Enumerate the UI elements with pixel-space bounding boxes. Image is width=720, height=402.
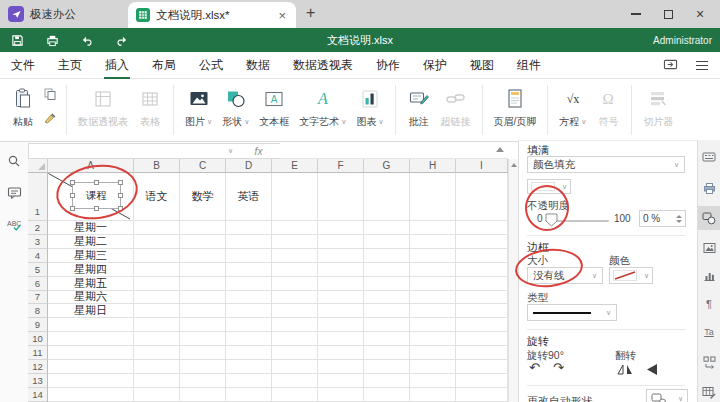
comments-panel-button[interactable] — [0, 180, 28, 206]
chart-settings-panel-icon[interactable] — [698, 264, 720, 288]
cell-G2[interactable] — [364, 221, 410, 235]
cell-A2[interactable]: 星期一 — [48, 221, 134, 235]
column-header-B[interactable]: B — [134, 159, 180, 173]
cell-C8[interactable] — [180, 304, 226, 318]
cell-I1[interactable] — [456, 173, 508, 221]
cell-G13[interactable] — [364, 374, 410, 388]
cell-I9[interactable] — [456, 318, 508, 332]
row-header-8[interactable]: 8 — [28, 304, 48, 318]
share-panel-icon[interactable] — [663, 57, 678, 75]
cell-B3[interactable] — [134, 235, 180, 249]
row-header-1[interactable]: 1 — [28, 173, 48, 221]
cell-I2[interactable] — [456, 221, 508, 235]
cell-C7[interactable] — [180, 291, 226, 305]
cell-G8[interactable] — [364, 304, 410, 318]
flip-horizontal-icon[interactable] — [617, 363, 633, 376]
row-header-13[interactable]: 13 — [28, 374, 48, 388]
row-header-12[interactable]: 12 — [28, 360, 48, 374]
cell-G14[interactable] — [364, 388, 410, 402]
cell-H10[interactable] — [410, 332, 456, 346]
cell-D2[interactable] — [226, 221, 272, 235]
cell-B10[interactable] — [134, 332, 180, 346]
cell-I13[interactable] — [456, 374, 508, 388]
properties-panel-icon[interactable] — [698, 145, 720, 169]
row-header-11[interactable]: 11 — [28, 346, 48, 360]
fill-type-dropdown[interactable]: 颜色填充 ∨ — [527, 156, 685, 173]
cell-E14[interactable] — [272, 388, 318, 402]
selection-handle[interactable] — [118, 193, 123, 198]
cell-I8[interactable] — [456, 304, 508, 318]
menu-home[interactable]: 主页 — [57, 52, 83, 79]
redo-button[interactable] — [115, 33, 129, 47]
cell-H1[interactable] — [410, 173, 456, 221]
cell-C9[interactable] — [180, 318, 226, 332]
text-settings-panel-icon[interactable]: Ta — [698, 320, 720, 344]
cell-C11[interactable] — [180, 346, 226, 360]
cell-H4[interactable] — [410, 249, 456, 263]
cell-B11[interactable] — [134, 346, 180, 360]
comment-button[interactable]: 批注 — [402, 83, 436, 131]
cell-F2[interactable] — [318, 221, 364, 235]
cell-H9[interactable] — [410, 318, 456, 332]
row-header-7[interactable]: 7 — [28, 291, 48, 305]
border-size-dropdown[interactable]: 没有线 ∨ — [527, 267, 603, 284]
cell-A5[interactable]: 星期四 — [48, 263, 134, 277]
selection-handle[interactable] — [118, 180, 123, 185]
cell-D12[interactable] — [226, 360, 272, 374]
cell-C1[interactable]: 数学 — [180, 173, 226, 221]
search-button[interactable] — [0, 148, 28, 174]
cell-E9[interactable] — [272, 318, 318, 332]
row-header-14[interactable]: 14 — [28, 388, 48, 402]
menu-components[interactable]: 组件 — [516, 52, 542, 79]
cell-B8[interactable] — [134, 304, 180, 318]
shapes-button[interactable]: 形状∨ — [217, 83, 254, 131]
cell-B5[interactable] — [134, 263, 180, 277]
vertical-scrollbar[interactable] — [508, 159, 518, 402]
table-settings-panel-icon[interactable] — [698, 380, 720, 402]
row-header-6[interactable]: 6 — [28, 277, 48, 291]
column-header-A[interactable]: A — [48, 159, 134, 173]
rotate-left-icon[interactable]: ↶ — [529, 360, 540, 375]
cell-A9[interactable] — [48, 318, 134, 332]
change-autoshape-button[interactable]: ∨ — [646, 389, 688, 402]
text-box-button[interactable]: A 文本框 — [254, 83, 294, 131]
cell-A7[interactable]: 星期六 — [48, 291, 134, 305]
cell-F9[interactable] — [318, 318, 364, 332]
column-header-H[interactable]: H — [410, 159, 456, 173]
cell-G1[interactable] — [364, 173, 410, 221]
cell-G11[interactable] — [364, 346, 410, 360]
row-header-10[interactable]: 10 — [28, 332, 48, 346]
cell-E11[interactable] — [272, 346, 318, 360]
collapse-formula-bar-icon[interactable] — [496, 147, 504, 152]
menu-insert[interactable]: 插入 — [104, 52, 130, 79]
menu-protect[interactable]: 保护 — [422, 52, 448, 79]
column-header-E[interactable]: E — [272, 159, 318, 173]
cell-G4[interactable] — [364, 249, 410, 263]
cell-I4[interactable] — [456, 249, 508, 263]
cell-B9[interactable] — [134, 318, 180, 332]
column-header-D[interactable]: D — [226, 159, 272, 173]
column-header-I[interactable]: I — [456, 159, 508, 173]
cell-F11[interactable] — [318, 346, 364, 360]
cell-B12[interactable] — [134, 360, 180, 374]
name-box[interactable]: ∨ — [28, 143, 238, 159]
menu-pivot-table[interactable]: 数据透视表 — [292, 52, 354, 79]
cell-H12[interactable] — [410, 360, 456, 374]
cell-F5[interactable] — [318, 263, 364, 277]
cell-I11[interactable] — [456, 346, 508, 360]
cell-D13[interactable] — [226, 374, 272, 388]
cell-F3[interactable] — [318, 235, 364, 249]
menu-layout[interactable]: 布局 — [151, 52, 177, 79]
fx-button[interactable]: fx — [237, 143, 281, 159]
cell-E10[interactable] — [272, 332, 318, 346]
cell-I14[interactable] — [456, 388, 508, 402]
cell-A3[interactable]: 星期二 — [48, 235, 134, 249]
menu-formulas[interactable]: 公式 — [198, 52, 224, 79]
cell-B13[interactable] — [134, 374, 180, 388]
cell-G10[interactable] — [364, 332, 410, 346]
cell-H8[interactable] — [410, 304, 456, 318]
formula-input[interactable] — [280, 143, 508, 159]
cell-F7[interactable] — [318, 291, 364, 305]
cell-G7[interactable] — [364, 291, 410, 305]
cell-B6[interactable] — [134, 277, 180, 291]
